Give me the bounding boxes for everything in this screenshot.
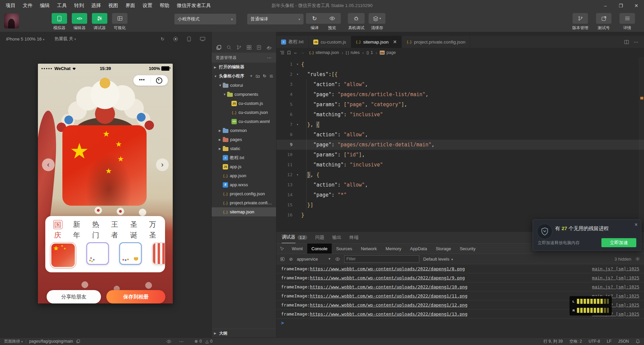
menu-item-2[interactable]: 编辑 xyxy=(36,2,53,9)
category-tab-5-bottom[interactable]: 圣 xyxy=(147,230,158,240)
new-file-icon[interactable]: + xyxy=(250,74,252,78)
breadcrumb-1[interactable]: {}1 xyxy=(367,50,373,55)
category-tab-0-bottom[interactable]: 庆 xyxy=(52,230,63,240)
breadcrumb-sitemap.json[interactable]: {..}sitemap.json xyxy=(309,50,339,55)
测试号-button[interactable]: 测试号 xyxy=(594,13,613,31)
context-select[interactable]: appservice ▼ xyxy=(297,257,331,262)
code-line-14[interactable]: 14 "page": "*" xyxy=(276,190,644,200)
devtools-tab-Sources[interactable]: Sources xyxy=(332,244,357,254)
menu-item-3[interactable]: 工具 xyxy=(53,2,70,9)
encoding-setting[interactable]: UTF-8 xyxy=(589,339,600,344)
files-icon[interactable] xyxy=(216,45,221,50)
editor-tab-cu-custom.js[interactable]: JScu-custom.js xyxy=(309,36,351,48)
log-source-link[interactable]: main.js? [sm]:1025 xyxy=(592,275,639,280)
bookmark-icon[interactable] xyxy=(287,51,291,55)
open-editors-section[interactable]: ▶ 打开的编辑器 xyxy=(212,63,276,72)
device-select[interactable]: iPhone 5 100% 16 ▾ xyxy=(6,37,44,42)
调试器-button[interactable]: 调试器 xyxy=(91,13,108,31)
debugger-tab-问题[interactable]: 问题 xyxy=(315,232,324,243)
console-prompt-row[interactable]: > xyxy=(276,319,644,327)
project-section[interactable]: ▼ 头像框小程序 + ↻ xyxy=(212,72,276,81)
详情-button[interactable]: 详情 xyxy=(618,13,637,31)
devtools-tab-Memory[interactable]: Memory xyxy=(381,244,406,254)
bell-icon[interactable] xyxy=(636,339,640,344)
devtools-tab-Security[interactable]: Security xyxy=(455,244,480,254)
more-actions-icon[interactable]: ⋯ xyxy=(179,339,184,344)
frame-thumb[interactable] xyxy=(86,242,109,265)
menu-item-1[interactable]: 文件 xyxy=(19,2,36,9)
code-editor[interactable]: 1▾{2▾ "rules":[{3 "action": "allow",4 "p… xyxy=(276,57,644,231)
devtools-tab-Wxml[interactable]: Wxml xyxy=(287,244,307,254)
code-line-15[interactable]: 15 }] xyxy=(276,200,644,210)
filter-input[interactable] xyxy=(344,255,419,263)
breadcrumb-page[interactable]: abcpage xyxy=(380,50,396,55)
frame-thumb-selected[interactable]: ★★★ xyxy=(50,242,76,268)
cursor-position[interactable]: 行 9, 列 39 xyxy=(543,339,562,344)
maximize-button[interactable]: ❐ xyxy=(613,0,629,11)
split-editor-icon[interactable] xyxy=(624,40,629,44)
device-debug-button[interactable]: 真机调试 xyxy=(347,13,365,31)
accelerate-button[interactable]: 立即加速 xyxy=(601,238,636,247)
menu-item-7[interactable]: 界面 xyxy=(122,2,139,9)
log-source-link[interactable]: main.js? [sm]:1025 xyxy=(592,266,639,271)
tree-item-project.config.json[interactable]: {..}project.config.json xyxy=(212,189,276,198)
tree-item-project.private.config.json[interactable]: {..}project.private.config.json xyxy=(212,198,276,207)
clear-console-icon[interactable]: ⊘ xyxy=(289,257,293,261)
save-to-album-button[interactable]: 保存到相册 xyxy=(106,290,165,303)
copy-icon[interactable] xyxy=(76,339,80,343)
log-url-link[interactable]: https://www.wobbt.com/wp-content/uploads… xyxy=(310,284,468,289)
debugger-tab-输出[interactable]: 输出 xyxy=(332,232,341,243)
editor-tab-教程.txt[interactable]: ≡教程.txt xyxy=(276,36,309,48)
docker-whale-icon[interactable] xyxy=(266,46,272,50)
code-line-8[interactable]: 8 "action": "allow", xyxy=(276,130,644,140)
code-line-11[interactable]: 11 "matching": "inclusive" xyxy=(276,160,644,170)
tree-item-app.json[interactable]: {..}app.json xyxy=(212,171,276,180)
user-avatar[interactable] xyxy=(4,13,19,28)
tree-item-sitemap.json[interactable]: {..}sitemap.json xyxy=(212,207,276,216)
editor-tab-sitemap.json[interactable]: {..}sitemap.json✕ xyxy=(351,36,402,48)
category-tab-3-bottom[interactable]: 者 xyxy=(109,230,120,240)
more-actions-icon[interactable]: ⋯ xyxy=(267,55,272,60)
log-url-link[interactable]: https://www.wobbt.com/wp-content/uploads… xyxy=(310,302,468,307)
inspect-cursor-icon[interactable] xyxy=(276,247,287,251)
menu-item-10[interactable]: 微信开发者工具 xyxy=(173,2,215,9)
capsule-close-icon[interactable] xyxy=(151,77,168,84)
编译-button[interactable]: ↻ 编译 xyxy=(306,13,323,31)
编辑器-button[interactable]: </> 编辑器 xyxy=(71,13,88,31)
log-source-link[interactable]: main.js? [sm]:1025 xyxy=(592,284,639,289)
code-line-4[interactable]: 4 "page": "pages/cms/article-list/main", xyxy=(276,89,644,99)
minimize-button[interactable]: – xyxy=(598,0,613,11)
nav-forward-icon[interactable]: → xyxy=(301,50,305,55)
code-line-7[interactable]: 7▾ }, { xyxy=(276,120,644,130)
file-icon[interactable] xyxy=(257,45,261,50)
tree-item-colorui[interactable]: ▼colorui xyxy=(212,81,276,90)
nav-back-icon[interactable]: ← xyxy=(293,50,298,55)
category-tab-1-top[interactable]: 新 xyxy=(71,219,83,229)
close-button[interactable]: ✕ xyxy=(629,0,644,11)
code-line-6[interactable]: 6 "matching": "inclusive" xyxy=(276,110,644,120)
tree-item-app.wxss[interactable]: #app.wxss xyxy=(212,180,276,189)
tree-item-教程.txt[interactable]: ≡教程.txt xyxy=(212,153,276,162)
code-line-2[interactable]: 2▾ "rules":[{ xyxy=(276,69,644,79)
code-line-5[interactable]: 5 "params": ["page", "category"], xyxy=(276,99,644,110)
git-branch-icon[interactable] xyxy=(236,45,241,50)
next-frame-button[interactable]: › xyxy=(156,158,169,171)
log-levels-select[interactable]: Default levels ▼ xyxy=(423,257,454,262)
close-tab-icon[interactable]: ✕ xyxy=(393,39,397,45)
log-url-link[interactable]: https://www.wobbt.com/wp-content/uploads… xyxy=(310,275,465,280)
log-url-link[interactable]: https://www.wobbt.com/wp-content/uploads… xyxy=(310,293,468,298)
category-tab-2-top[interactable]: 热 xyxy=(90,219,101,229)
category-tab-1-bottom[interactable]: 年 xyxy=(71,230,83,240)
code-line-3[interactable]: 3 "action": "allow", xyxy=(276,79,644,89)
detach-window-icon[interactable] xyxy=(200,37,205,41)
category-tab-3-top[interactable]: 王 xyxy=(109,219,120,229)
category-tab-0-top[interactable]: 国 xyxy=(52,219,63,229)
editor-tab-project.private.config.json[interactable]: {..}project.private.config.json xyxy=(402,36,470,48)
frame-thumb[interactable] xyxy=(152,242,165,265)
log-url-link[interactable]: https://www.wobbt.com/wp-content/uploads… xyxy=(310,312,468,317)
tree-item-common[interactable]: ▶common xyxy=(212,126,276,135)
版本管理-button[interactable]: 版本管理 xyxy=(571,13,590,31)
outline-section[interactable]: ▶ 大纲 xyxy=(212,329,276,338)
eye-icon[interactable] xyxy=(335,257,340,261)
rotate-icon[interactable]: ↻ xyxy=(161,37,164,41)
